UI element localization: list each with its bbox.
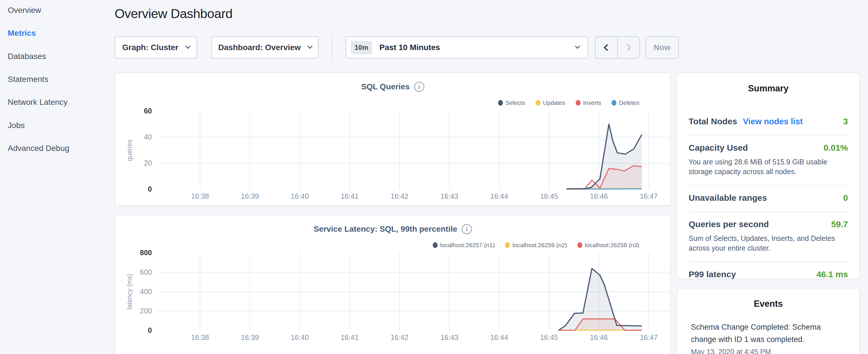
- x-axis-tick: 16:43: [429, 333, 469, 342]
- summary-row-unavailable-ranges: Unavailable ranges 0: [689, 186, 848, 212]
- toolbar-divider: [332, 36, 333, 58]
- chevron-right-icon: [624, 44, 631, 51]
- x-axis-tick: 16:42: [379, 333, 420, 342]
- chevron-down-icon: [575, 43, 580, 49]
- x-axis-tick: 16:41: [330, 192, 370, 200]
- time-range-dropdown[interactable]: 10m Past 10 Minutes: [346, 36, 588, 58]
- summary-value: 46.1 ms: [816, 269, 848, 279]
- time-range-stepper: [595, 36, 640, 59]
- x-axis-tick: 16:43: [429, 192, 469, 200]
- next-range-button[interactable]: [618, 37, 640, 58]
- x-axis-tick: 16:39: [230, 192, 270, 200]
- dashboard-dropdown[interactable]: Dashboard: Overview: [212, 36, 319, 58]
- chart-card-sql-queries: SQL Queries i SelectsUpdatesInsertsDelet…: [115, 72, 671, 206]
- summary-row-total-nodes: Total Nodes View nodes list 3: [689, 109, 848, 135]
- x-axis-tick: 16:45: [529, 333, 569, 342]
- time-range-badge: 10m: [351, 41, 372, 54]
- summary-row-queries-per-second: Queries per second 59.7 Sum of Selects, …: [689, 212, 848, 262]
- summary-label: Total Nodes: [689, 117, 737, 126]
- sidebar-item-jobs[interactable]: Jobs: [8, 121, 25, 130]
- y-axis-tick: 0: [115, 185, 152, 193]
- sidebar-item-statements[interactable]: Statements: [8, 75, 49, 84]
- summary-title: Summary: [689, 83, 848, 94]
- summary-label: Queries per second: [689, 219, 769, 229]
- sidebar-item-overview[interactable]: Overview: [8, 6, 41, 15]
- graph-dropdown-label: Graph: Cluster: [122, 43, 178, 52]
- x-axis-tick: 16:47: [629, 333, 669, 342]
- summary-value: 0.01%: [824, 143, 848, 153]
- x-axis-tick: 16:39: [230, 333, 270, 342]
- sidebar-item-network-latency[interactable]: Network Latency: [8, 98, 68, 107]
- x-axis-tick: 16:46: [579, 192, 619, 200]
- summary-row-capacity-used: Capacity Used 0.01% You are using 28.6 M…: [689, 135, 848, 186]
- dashboard-dropdown-label: Dashboard: Overview: [218, 43, 301, 52]
- x-axis-tick: 16:40: [280, 192, 320, 200]
- summary-description: Sum of Selects, Updates, Inserts, and De…: [689, 234, 848, 253]
- sidebar: Overview Metrics Databases Statements Ne…: [0, 0, 115, 354]
- y-axis-tick: 60: [115, 107, 152, 115]
- x-axis-tick: 16:42: [379, 192, 420, 200]
- chevron-down-icon: [308, 43, 313, 49]
- x-axis-tick: 16:45: [529, 192, 569, 200]
- series-area: [559, 268, 642, 330]
- plot-area[interactable]: [115, 73, 670, 205]
- graph-dropdown[interactable]: Graph: Cluster: [115, 36, 197, 58]
- summary-description: You are using 28.6 MiB of 515.9 GiB usab…: [689, 157, 848, 176]
- time-range-label: Past 10 Minutes: [379, 43, 440, 52]
- x-axis-tick: 16:44: [479, 192, 519, 200]
- page-title: Overview Dashboard: [115, 6, 232, 21]
- x-axis-tick: 16:38: [180, 192, 220, 200]
- x-axis-tick: 16:46: [579, 333, 619, 342]
- now-button[interactable]: Now: [645, 36, 679, 59]
- chevron-down-icon: [185, 43, 190, 49]
- summary-label: P99 latency: [689, 269, 736, 279]
- summary-value: 3: [843, 117, 848, 126]
- view-nodes-link[interactable]: View nodes list: [743, 117, 803, 126]
- event-message: Schema Change Completed: Schema change w…: [691, 321, 846, 345]
- y-axis-label: latency (ms): [126, 260, 134, 323]
- y-axis-tick: 0: [115, 326, 152, 334]
- x-axis-tick: 16:47: [629, 192, 669, 200]
- summary-value: 59.7: [831, 219, 848, 229]
- y-axis-label: queries: [126, 119, 134, 182]
- event-timestamp: May 13, 2020 at 4:45 PM: [691, 348, 846, 354]
- x-axis-tick: 16:40: [280, 333, 320, 342]
- chevron-left-icon: [603, 44, 611, 51]
- events-card: Events Schema Change Completed: Schema c…: [677, 288, 860, 354]
- summary-card: Summary Total Nodes View nodes list 3 Ca…: [677, 72, 860, 279]
- y-axis-tick: 800: [115, 249, 152, 257]
- summary-value: 0: [843, 193, 848, 203]
- summary-label: Unavailable ranges: [689, 193, 767, 203]
- chart-card-service-latency: Service Latency: SQL, 99th percentile i …: [115, 215, 671, 354]
- sidebar-item-advanced-debug[interactable]: Advanced Debug: [8, 144, 69, 153]
- sidebar-item-databases[interactable]: Databases: [8, 52, 46, 61]
- prev-range-button[interactable]: [595, 37, 618, 58]
- x-axis-tick: 16:44: [479, 333, 519, 342]
- x-axis-tick: 16:41: [330, 333, 370, 342]
- events-title: Events: [691, 299, 846, 309]
- summary-row-p99-latency: P99 latency 46.1 ms: [689, 262, 848, 288]
- x-axis-tick: 16:38: [180, 333, 220, 342]
- summary-label: Capacity Used: [689, 143, 748, 153]
- sidebar-item-metrics[interactable]: Metrics: [8, 29, 36, 38]
